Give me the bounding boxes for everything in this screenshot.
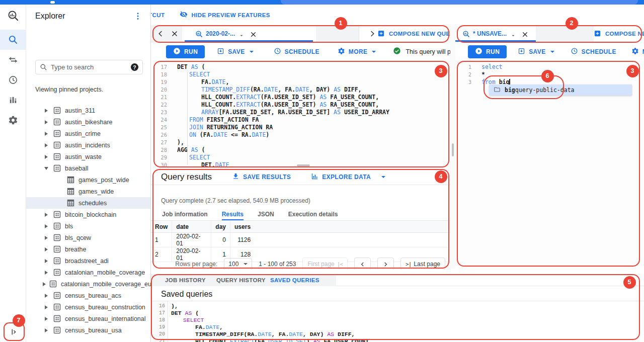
tree-dataset-catalonian_mobile_coverage[interactable]: catalonian_mobile_coverage xyxy=(26,267,150,278)
download-icon xyxy=(232,173,239,182)
expander-expand-icon[interactable] xyxy=(43,109,50,113)
tree-dataset-austin_bikeshare[interactable]: austin_bikeshare xyxy=(26,116,150,128)
tree-dataset-bls[interactable]: bls xyxy=(26,220,150,232)
expander-expand-icon[interactable] xyxy=(43,132,50,136)
sql-editor-left[interactable]: 17DET AS (18SELECT19FA.DATE,20TIMESTAMP_… xyxy=(151,61,450,169)
tree-dataset-austin_waste[interactable]: austin_waste xyxy=(26,151,150,162)
tab-job-history[interactable]: JOB HISTORY xyxy=(165,274,206,286)
unsaved-query-tab[interactable]: * UNSAVE... xyxy=(455,25,536,42)
tree-dataset-catalonian_mobile_coverage_eu[interactable]: catalonian_mobile_coverage_eu xyxy=(26,278,150,290)
tree-dataset-bitcoin_blockchain[interactable]: bitcoin_blockchain xyxy=(26,209,150,220)
tabs-scroll-right-icon[interactable] xyxy=(368,29,377,38)
page-size-select[interactable]: 100 xyxy=(224,258,252,271)
results-tab-results[interactable]: Results xyxy=(222,211,244,221)
explorer-search-input[interactable]: Type to search ? xyxy=(35,60,143,74)
tree-dataset-census_bureau_usa[interactable]: census_bureau_usa xyxy=(26,324,150,336)
rail-settings-icon[interactable] xyxy=(0,110,26,130)
expander-expand-icon[interactable] xyxy=(43,294,50,298)
tab-close-icon[interactable] xyxy=(171,29,178,38)
tree-table-schedules[interactable]: schedules xyxy=(26,197,150,209)
tab-query-history[interactable]: QUERY HISTORY xyxy=(216,274,266,286)
table-row[interactable]: 12020-02-0101126 xyxy=(151,233,450,247)
expander-expand-icon[interactable] xyxy=(43,224,50,228)
more-button[interactable]: MORE xyxy=(338,47,376,56)
saved-query-preview[interactable]: 16),17DET AS (18SELECT19FA.DATE,20TIMEST… xyxy=(151,301,644,342)
tree-dataset-census_bureau_acs[interactable]: census_bureau_acs xyxy=(26,290,150,301)
page-range-label: 1 - 100 of 253 xyxy=(259,261,296,268)
compose-new-query-button[interactable]: COMPOSE NEW QUERY xyxy=(377,25,450,42)
expander-collapse-icon[interactable] xyxy=(43,167,50,170)
run-button-right[interactable]: RUN xyxy=(468,45,507,58)
code-line-24: 24FROM FIRST_ACTION FA xyxy=(151,116,450,124)
expander-expand-icon[interactable] xyxy=(43,282,46,286)
expander-expand-icon[interactable] xyxy=(43,236,50,240)
col-header-date[interactable]: date xyxy=(172,221,211,233)
hide-preview-features-link[interactable]: HIDE PREVIEW FEATURES xyxy=(180,11,270,20)
tab-saved-queries[interactable]: SAVED QUERIES xyxy=(270,274,319,286)
tree-dataset-bls_qcew[interactable]: bls_qcew xyxy=(26,232,150,243)
expander-expand-icon[interactable] xyxy=(43,120,50,124)
expander-expand-icon[interactable] xyxy=(43,271,50,275)
expander-expand-icon[interactable] xyxy=(43,143,50,147)
tree-table-games_post_wide[interactable]: games_post_wide xyxy=(26,174,150,186)
dataset-icon xyxy=(53,292,61,299)
clock-icon xyxy=(571,47,578,56)
tree-dataset-austin_crime[interactable]: austin_crime xyxy=(26,128,150,139)
tree-dataset-austin_incidents[interactable]: austin_incidents xyxy=(26,139,150,151)
next-page-button[interactable] xyxy=(377,258,394,271)
dataset-icon xyxy=(53,269,61,276)
tab-close-icon[interactable] xyxy=(250,31,257,37)
rail-transfers-icon[interactable] xyxy=(0,50,26,70)
run-button[interactable]: RUN xyxy=(166,45,205,58)
expander-expand-icon[interactable] xyxy=(43,317,50,321)
tree-dataset-census_bureau_construction[interactable]: census_bureau_construction xyxy=(26,301,150,313)
expander-expand-icon[interactable] xyxy=(43,259,50,263)
save-button[interactable]: SAVE xyxy=(217,47,253,56)
expander-expand-icon[interactable] xyxy=(43,213,50,217)
expander-expand-icon[interactable] xyxy=(43,247,50,251)
tree-dataset-census_bureau_international[interactable]: census_bureau_international xyxy=(26,313,150,324)
save-button-right[interactable]: SAVE xyxy=(518,47,554,56)
rail-scheduled-queries-icon[interactable] xyxy=(0,70,26,90)
splitter-handle[interactable] xyxy=(452,143,454,156)
tree-dataset-austin_311[interactable]: austin_311 xyxy=(26,105,150,116)
col-header-row[interactable]: Row xyxy=(151,221,172,233)
tree-table-games_wide[interactable]: games_wide xyxy=(26,186,150,197)
tree-dataset-baseball[interactable]: baseball xyxy=(26,162,150,174)
compose-new-query-button-right[interactable]: COMPOSE NEW QUERY xyxy=(594,25,644,42)
tabs-scroll-left-icon[interactable] xyxy=(156,29,165,38)
tab-close-icon[interactable] xyxy=(522,31,528,37)
cell: 2020-02-01 xyxy=(172,233,211,247)
results-tab-execution-details[interactable]: Execution details xyxy=(288,211,338,221)
schedule-button-right[interactable]: SCHEDULE xyxy=(571,47,616,56)
gcp-search-bar-fragment[interactable] xyxy=(281,0,638,5)
save-results-button[interactable]: SAVE RESULTS xyxy=(232,173,291,182)
expand-panel-button[interactable] xyxy=(7,326,21,338)
explorer-kebab-menu-icon[interactable] xyxy=(133,12,142,21)
expander-expand-icon[interactable] xyxy=(43,328,50,332)
rail-search-icon[interactable] xyxy=(0,30,26,50)
tree-dataset-broadstreet_adi[interactable]: broadstreet_adi xyxy=(26,255,150,267)
editor-resize-handle[interactable] xyxy=(297,164,310,166)
rail-bi-engine-icon[interactable] xyxy=(0,90,26,110)
search-help-icon[interactable]: ? xyxy=(131,63,138,71)
tab-caret-down-icon[interactable] xyxy=(511,31,516,36)
autocomplete-suggestion[interactable]: bigquery-public-data xyxy=(505,87,574,94)
schedule-button[interactable]: SCHEDULE xyxy=(274,47,319,56)
first-page-button[interactable]: First page|< xyxy=(302,258,348,271)
tab-caret-down-icon[interactable] xyxy=(239,31,244,36)
last-page-button[interactable]: >|Last page xyxy=(400,258,445,271)
col-header-users[interactable]: users xyxy=(230,221,255,233)
query-tab-active[interactable]: 2020-02-... xyxy=(182,25,316,42)
code-line-22: 22HLL_COUNT.EXTRACT(RA.USER_ID_SET) AS R… xyxy=(151,101,450,109)
more-button-right[interactable]: MORE xyxy=(631,47,644,56)
expander-expand-icon[interactable] xyxy=(43,155,50,159)
expander-expand-icon[interactable] xyxy=(43,305,50,309)
results-tab-job-information[interactable]: Job information xyxy=(162,211,208,221)
explore-data-button[interactable]: EXPLORE DATA xyxy=(311,173,385,182)
previous-page-button[interactable] xyxy=(354,258,371,271)
results-tab-json[interactable]: JSON xyxy=(258,211,274,221)
autocomplete-popup[interactable]: bigquery-public-data xyxy=(489,84,632,96)
tree-dataset-breathe[interactable]: breathe xyxy=(26,243,150,255)
col-header-day[interactable]: day xyxy=(211,221,230,233)
